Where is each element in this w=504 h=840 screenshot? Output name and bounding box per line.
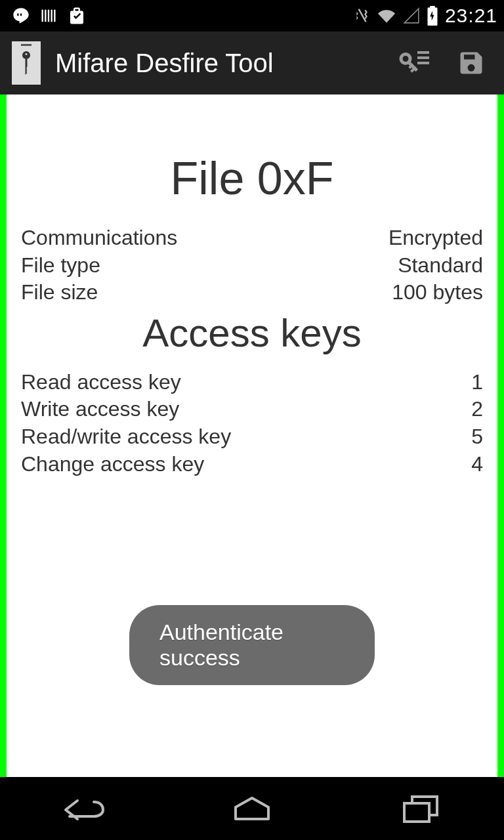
row-read-key: Read access key 1 <box>21 369 483 396</box>
change-key-value: 4 <box>471 451 483 478</box>
row-write-key: Write access key 2 <box>21 396 483 423</box>
key-menu-icon[interactable] <box>395 49 430 77</box>
file-size-label: File size <box>21 279 98 306</box>
play-store-icon <box>67 6 87 26</box>
status-right: 23:21 <box>353 5 497 27</box>
change-key-label: Change access key <box>21 451 204 478</box>
toast: Authenticate success <box>129 605 375 685</box>
toast-text: Authenticate success <box>159 620 284 670</box>
screen: 23:21 Mifare Desfire Tool <box>0 0 504 840</box>
wifi-icon <box>377 7 396 24</box>
status-bar: 23:21 <box>0 0 504 32</box>
file-type-value: Standard <box>398 252 483 280</box>
home-button[interactable] <box>213 789 291 828</box>
content: File 0xF Communications Encrypted File t… <box>7 94 497 777</box>
status-left <box>7 6 87 26</box>
write-key-label: Write access key <box>21 396 179 423</box>
back-button[interactable] <box>45 789 123 828</box>
rw-key-label: Read/write access key <box>21 423 231 451</box>
content-wrap: File 0xF Communications Encrypted File t… <box>0 94 504 777</box>
write-key-value: 2 <box>471 396 483 423</box>
communications-value: Encrypted <box>388 224 483 252</box>
cell-signal-icon <box>403 7 420 24</box>
svg-rect-2 <box>417 62 429 64</box>
svg-rect-1 <box>417 56 429 59</box>
read-key-label: Read access key <box>21 369 181 396</box>
row-file-size: File size 100 bytes <box>21 279 483 306</box>
app-title: Mifare Desfire Tool <box>55 49 381 78</box>
app-icon <box>12 41 41 85</box>
row-rw-key: Read/write access key 5 <box>21 423 483 451</box>
rw-key-value: 5 <box>471 423 483 451</box>
hangouts-icon <box>12 7 30 25</box>
battery-charging-icon <box>427 6 438 26</box>
svg-rect-0 <box>417 51 429 54</box>
barcode-icon <box>39 7 58 25</box>
access-keys-title: Access keys <box>21 310 483 356</box>
action-icons <box>395 49 492 77</box>
row-file-type: File type Standard <box>21 252 483 280</box>
svg-rect-8 <box>404 803 429 822</box>
file-size-value: 100 bytes <box>392 279 483 306</box>
communications-label: Communications <box>21 224 177 252</box>
status-time: 23:21 <box>445 5 497 27</box>
file-title: File 0xF <box>21 152 483 205</box>
row-change-key: Change access key 4 <box>21 451 483 478</box>
navigation-bar <box>0 777 504 840</box>
save-icon[interactable] <box>457 49 486 77</box>
recent-apps-button[interactable] <box>381 789 459 828</box>
row-communications: Communications Encrypted <box>21 224 483 252</box>
file-type-label: File type <box>21 252 100 280</box>
vibrate-icon <box>353 7 370 24</box>
action-bar: Mifare Desfire Tool <box>0 32 504 94</box>
read-key-value: 1 <box>471 369 483 396</box>
